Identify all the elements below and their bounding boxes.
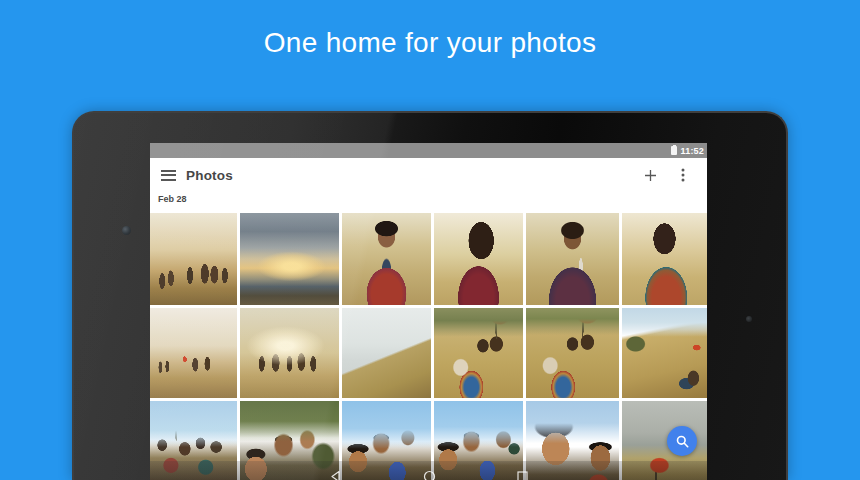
app-title: Photos — [186, 168, 233, 183]
status-bar: 11:52 — [150, 143, 707, 158]
add-button[interactable] — [637, 162, 663, 188]
home-icon[interactable] — [423, 470, 436, 480]
photo-thumbnail[interactable] — [526, 213, 619, 305]
tablet-device: 11:52 Photos Feb 28 — [72, 111, 788, 480]
plus-icon — [644, 169, 657, 182]
photo-grid-row — [150, 213, 707, 305]
battery-icon — [671, 146, 677, 155]
photo-thumbnail[interactable] — [434, 213, 523, 305]
date-header: Feb 28 — [158, 194, 187, 204]
promo-screenshot: One home for your photos 11:52 Photos — [0, 0, 860, 480]
app-bar: Photos — [150, 158, 707, 192]
photo-thumbnail[interactable] — [150, 308, 237, 398]
search-fab[interactable] — [667, 426, 697, 456]
navigation-bar — [150, 461, 707, 480]
photo-thumbnail[interactable] — [240, 308, 339, 398]
tablet-screen: 11:52 Photos Feb 28 — [150, 143, 707, 480]
search-icon — [675, 434, 690, 449]
hero-title: One home for your photos — [0, 24, 860, 62]
vertical-dots-icon — [681, 168, 685, 182]
overflow-menu-button[interactable] — [670, 162, 696, 188]
photo-thumbnail[interactable] — [342, 308, 431, 398]
status-time: 11:52 — [680, 146, 704, 156]
photo-thumbnail[interactable] — [526, 308, 619, 398]
hamburger-menu-icon[interactable] — [161, 167, 176, 183]
light-sensor-icon — [746, 316, 752, 322]
photo-thumbnail[interactable] — [150, 213, 237, 305]
photo-thumbnail[interactable] — [622, 213, 707, 305]
photo-thumbnail[interactable] — [342, 213, 431, 305]
front-camera-icon — [122, 226, 131, 235]
back-icon[interactable] — [329, 470, 342, 480]
photo-grid — [150, 213, 707, 480]
photo-thumbnail[interactable] — [434, 308, 523, 398]
photo-grid-row — [150, 308, 707, 398]
photo-thumbnail[interactable] — [240, 213, 339, 305]
app-bar-actions — [637, 162, 707, 188]
photo-thumbnail[interactable] — [622, 308, 707, 398]
recents-icon[interactable] — [516, 470, 529, 480]
